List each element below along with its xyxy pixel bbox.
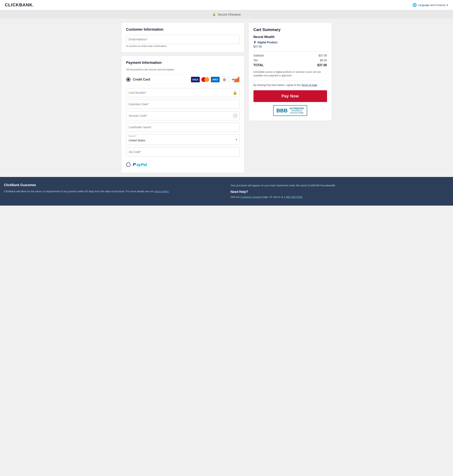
credit-card-radio[interactable] (126, 77, 130, 82)
bbb-box: BBB ACCREDITED BUSINESS Click for Profil… (273, 105, 307, 116)
support-text: Visit our Customer Support page. Or call… (231, 195, 449, 199)
country-label: Country* (128, 135, 136, 137)
footer: ClickBank Guarantee ClickBank will allow… (0, 177, 453, 206)
cart-summary-card: Cart Summary Neural Wealth ⬇ Digital Pro… (248, 22, 332, 121)
footer-right: Your purchase will appear on your bank s… (231, 183, 449, 199)
bbb-text-block: ACCREDITED BUSINESS Click for Profile (290, 107, 304, 114)
tax-label: Tax (254, 59, 258, 62)
mastercard-logo (201, 77, 210, 82)
card-logos: VISA AMEX ◎ DISC (191, 77, 240, 82)
customer-info-section: Customer Information To receive an email… (121, 22, 245, 52)
guarantee-text: ClickBank will allow for the return or r… (4, 189, 223, 194)
paypal-method-row[interactable]: P ayPal (126, 159, 240, 168)
card-number-wrapper: 🔒 (126, 88, 240, 97)
amex-logo: AMEX (211, 77, 220, 82)
customer-support-link[interactable]: Customer Support (241, 196, 262, 198)
lock-field-icon: 🔒 (233, 91, 237, 95)
globe-icon: 🌐 (412, 3, 417, 7)
tax-value: $0.00 (320, 59, 327, 62)
logo: CLICKBANK. (5, 2, 34, 7)
cart-summary-title: Cart Summary (254, 28, 327, 32)
bbb-letters: BBB (276, 108, 288, 113)
payment-info-title: Payment Information (126, 61, 240, 65)
subtotal-row: Subtotal $37.00 (254, 54, 327, 57)
language-currency-button[interactable]: 🌐 Language and Currency ▾ (412, 3, 448, 7)
terms-prefix: By clicking Pay Now below, I agree to th… (254, 84, 301, 86)
product-name: Neural Wealth (254, 35, 327, 39)
payment-info-section: Payment Information All transactions are… (121, 56, 245, 173)
terms-suffix: . (317, 84, 318, 86)
payment-subtitle: All transactions are secure and encrypte… (126, 68, 240, 71)
terms-text: By clicking Pay Now below, I agree to th… (254, 83, 327, 87)
bbb-accredited: ACCREDITED (290, 107, 304, 110)
guarantee-title: ClickBank Guarantee (4, 183, 223, 187)
paypal-logo: P ayPal (133, 162, 147, 167)
diners-logo: ◎ (221, 77, 228, 82)
chevron-down-icon: ▾ (447, 4, 448, 7)
credit-card-label: Credit Card (133, 78, 150, 81)
bank-statement-text: Your purchase will appear on your bank s… (231, 183, 449, 188)
support-suffix: . (302, 196, 303, 198)
language-currency-label: Language and Currency (418, 4, 446, 7)
info-icon[interactable]: ⓘ (233, 113, 238, 118)
email-input[interactable] (126, 35, 240, 44)
guarantee-body: ClickBank will allow for the return or r… (4, 190, 155, 193)
zip-code-wrapper (126, 147, 240, 156)
subtotal-value: $37.00 (319, 54, 327, 57)
download-icon: ⬇ (254, 40, 256, 44)
tax-row: Tax $0.00 (254, 59, 327, 62)
discover-logo: DISC (229, 77, 240, 82)
left-column: Customer Information To receive an email… (121, 22, 245, 173)
pay-now-button[interactable]: Pay Now (254, 90, 327, 102)
phone-link[interactable]: 1-800-390-6035 (284, 196, 302, 198)
product-type-label: Digital Product (258, 41, 277, 44)
expiration-date-input[interactable] (126, 100, 240, 109)
return-policy-link[interactable]: return policy. (155, 190, 169, 193)
secure-checkout-text: Secure Checkout (218, 13, 241, 16)
subtotal-label: Subtotal (254, 54, 264, 57)
security-code-wrapper: ⓘ (126, 111, 240, 120)
bbb-badge[interactable]: BBB ACCREDITED BUSINESS Click for Profil… (254, 105, 327, 116)
country-select[interactable]: United States (126, 134, 240, 145)
cardholder-name-wrapper (126, 123, 240, 132)
total-row: TOTAL $37.00 (254, 63, 327, 67)
total-value: $37.00 (317, 63, 327, 67)
expiration-date-wrapper (126, 100, 240, 109)
right-column: Cart Summary Neural Wealth ⬇ Digital Pro… (248, 22, 332, 121)
visa-logo: VISA (191, 77, 200, 82)
zip-code-input[interactable] (126, 147, 240, 156)
terms-of-sale-link[interactable]: Terms of Sale (301, 84, 317, 86)
bbb-click-profile: Click for Profile (290, 112, 304, 114)
need-help-title: Need Help? (231, 190, 449, 194)
main-content: Customer Information To receive an email… (117, 19, 336, 177)
bbb-business: BUSINESS (290, 110, 304, 112)
access-note: Immediate access to digital products or … (254, 70, 327, 77)
card-number-input[interactable] (126, 88, 240, 97)
product-price: $37.00 (254, 45, 327, 48)
cardholder-name-input[interactable] (126, 123, 240, 132)
secure-banner: 🔒 Secure Checkout (0, 10, 453, 19)
header: CLICKBANK. 🌐 Language and Currency ▾ (0, 0, 453, 10)
email-field-wrapper (126, 35, 240, 44)
email-helper-text: To receive an email order confirmation. (126, 45, 240, 48)
footer-left: ClickBank Guarantee ClickBank will allow… (4, 183, 223, 199)
support-prefix: Visit our (231, 196, 241, 198)
customer-info-title: Customer Information (126, 28, 240, 32)
security-code-input[interactable] (126, 111, 240, 120)
product-type-row: ⬇ Digital Product (254, 40, 327, 44)
lock-icon: 🔒 (212, 13, 216, 16)
paypal-radio[interactable] (126, 162, 130, 167)
total-label: TOTAL (254, 63, 264, 67)
support-mid: page. Or call us at (262, 196, 284, 198)
credit-card-method-row[interactable]: Credit Card VISA AMEX ◎ DISC (126, 74, 240, 85)
country-wrapper: Country* United States ▾ (126, 134, 240, 145)
